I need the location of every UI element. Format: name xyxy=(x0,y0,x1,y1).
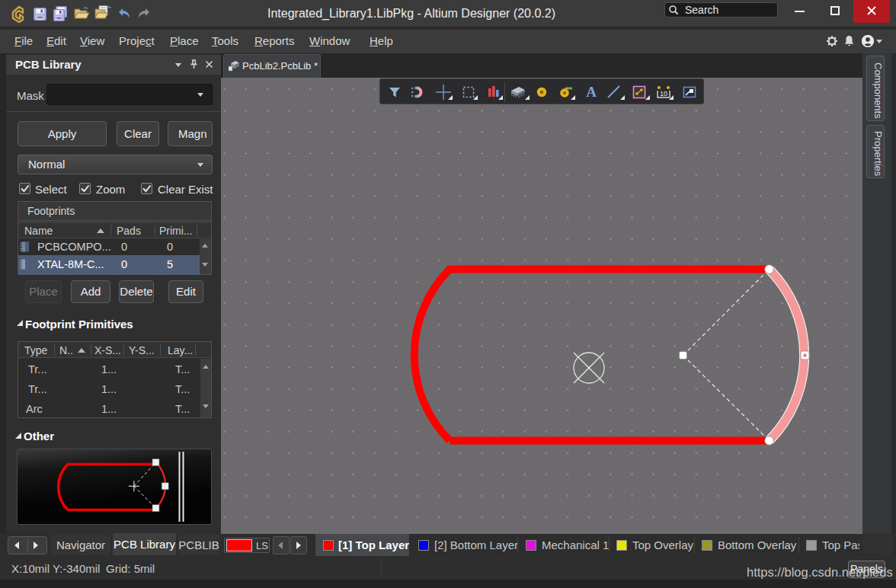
svg-text:10: 10 xyxy=(660,90,667,97)
